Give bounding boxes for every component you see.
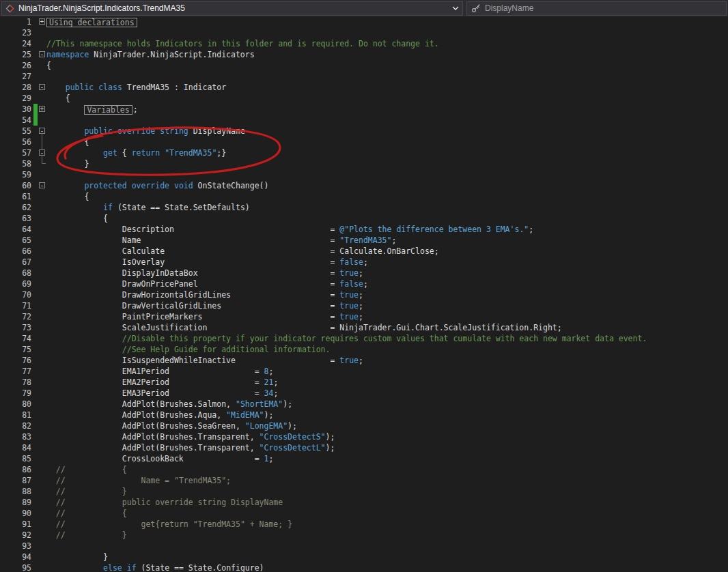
line-number[interactable]: 26 [0,60,31,71]
line-number[interactable]: 54 [0,115,31,126]
code-line[interactable]: 64 Description = @"Plots the difference … [0,224,728,235]
line-number[interactable]: 61 [0,191,31,202]
code-line[interactable]: 84 AddPlot(Brushes.Transparent, "CrossDe… [0,442,728,453]
line-number[interactable]: 83 [0,431,31,442]
line-number[interactable]: 68 [0,268,31,278]
line-number[interactable]: 87 [0,475,31,486]
code-line[interactable]: 28- public class TrendMA35 : Indicator [0,82,728,93]
code-line[interactable]: 29 { [0,93,728,104]
line-number[interactable]: 73 [0,322,31,333]
line-number[interactable]: 56 [0,137,31,147]
code-line[interactable]: 79 EMA3Period = 34; [0,388,728,399]
code-line[interactable]: 59 [0,169,728,180]
code-line[interactable]: 71 DrawVerticalGridLines = true; [0,300,728,311]
line-number[interactable]: 57 [0,147,31,158]
code-line[interactable]: 74 //Disable this property if your indic… [0,333,728,344]
code-line[interactable]: 57- get { return "TrendMA35";} [0,147,728,158]
fold-expand-icon[interactable]: + [39,18,45,25]
line-number[interactable]: 84 [0,442,31,453]
line-number[interactable]: 85 [0,453,31,464]
type-selector-dropdown[interactable]: NinjaTrader.NinjaScript.Indicators.Trend… [1,1,463,16]
code-line[interactable]: 62 if (State == State.SetDefaults) [0,202,728,213]
code-line[interactable]: 54 [0,115,728,126]
code-line[interactable]: 83 AddPlot(Brushes.Transparent, "CrossDe… [0,431,728,442]
code-line[interactable]: 25-namespace NinjaTrader.NinjaScript.Ind… [0,49,728,60]
line-number[interactable]: 66 [0,246,31,257]
line-number[interactable]: 94 [0,552,31,562]
line-number[interactable]: 89 [0,497,31,508]
collapsed-region-box[interactable]: Using declarations [46,18,137,27]
fold-expand-icon[interactable]: + [39,106,45,112]
line-number[interactable]: 29 [0,93,31,104]
line-number[interactable]: 72 [0,311,31,322]
fold-collapse-icon[interactable]: - [39,128,45,134]
fold-collapse-icon[interactable]: - [39,51,45,57]
collapsed-region-box[interactable]: Variables [84,105,132,115]
code-line[interactable]: 23 [0,27,728,38]
code-line[interactable]: 60- protected override void OnStateChang… [0,180,728,191]
line-number[interactable]: 81 [0,410,31,420]
line-number[interactable]: 76 [0,355,31,366]
code-line[interactable]: 27 [0,71,728,82]
code-line[interactable]: 89 // public override string DisplayName [0,497,728,508]
code-line[interactable]: 56 { [0,137,728,147]
line-number[interactable]: 62 [0,202,31,213]
code-line[interactable]: 73 ScaleJustification = NinjaTrader.Gui.… [0,322,728,333]
line-number[interactable]: 60 [0,180,31,191]
code-line[interactable]: 63 { [0,213,728,224]
code-line[interactable]: 76 IsSuspendedWhileInactive = true; [0,355,728,366]
code-editor[interactable]: 1+Using declarations2324//This namespace… [0,16,728,572]
line-number[interactable]: 70 [0,289,31,300]
line-number[interactable]: 69 [0,278,31,289]
member-search-box[interactable]: DisplayName [466,1,727,16]
code-line[interactable]: 58 } [0,158,728,169]
chevron-down-icon[interactable] [452,6,459,10]
line-number[interactable]: 71 [0,300,31,311]
line-number[interactable]: 55 [0,126,31,137]
code-line[interactable]: 82 AddPlot(Brushes.SeaGreen, "LongEMA"); [0,420,728,431]
line-number[interactable]: 25 [0,49,31,60]
code-line[interactable]: 55- public override string DisplayName [0,126,728,137]
line-number[interactable]: 24 [0,38,31,49]
code-line[interactable]: 30+ Variables; [0,104,728,115]
code-line[interactable]: 26{ [0,60,728,71]
line-number[interactable]: 75 [0,344,31,355]
line-number[interactable]: 88 [0,486,31,497]
code-line[interactable]: 77 EMA1Period = 8; [0,366,728,377]
code-line[interactable]: 91 // get{return "TrendMA35" + Name; } [0,519,728,530]
line-number[interactable]: 64 [0,224,31,235]
code-line[interactable]: 75 //See Help Guide for additional infor… [0,344,728,355]
code-line[interactable]: 80 AddPlot(Brushes.Salmon, "ShortEMA"); [0,399,728,410]
line-number[interactable]: 1 [0,16,31,27]
line-number[interactable]: 74 [0,333,31,344]
line-number[interactable]: 28 [0,82,31,93]
line-number[interactable]: 95 [0,562,31,572]
fold-collapse-icon[interactable]: - [39,84,45,90]
line-number[interactable]: 91 [0,519,31,530]
code-line[interactable]: 85 CrossLookBack = 1; [0,453,728,464]
code-line[interactable]: 86 // { [0,464,728,475]
code-line[interactable]: 78 EMA2Period = 21; [0,377,728,388]
fold-collapse-icon[interactable]: - [39,149,45,156]
line-number[interactable]: 77 [0,366,31,377]
code-line[interactable]: 1+Using declarations [0,16,728,27]
line-number[interactable]: 27 [0,71,31,82]
line-number[interactable]: 79 [0,388,31,399]
line-number[interactable]: 63 [0,213,31,224]
line-number[interactable]: 93 [0,541,31,552]
code-line[interactable]: 81 AddPlot(Brushes.Aqua, "MidEMA"); [0,410,728,420]
line-number[interactable]: 90 [0,508,31,519]
line-number[interactable]: 92 [0,530,31,541]
code-line[interactable]: 65 Name = "TrendMA35"; [0,235,728,246]
line-number[interactable]: 67 [0,257,31,268]
code-line[interactable]: 24//This namespace holds Indicators in t… [0,38,728,49]
code-line[interactable]: 95 else if (State == State.Configure) [0,562,728,572]
line-number[interactable]: 80 [0,399,31,410]
code-line[interactable]: 61 { [0,191,728,202]
code-line[interactable]: 69 DrawOnPricePanel = false; [0,278,728,289]
line-number[interactable]: 86 [0,464,31,475]
code-line[interactable]: 72 PaintPriceMarkers = true; [0,311,728,322]
code-line[interactable]: 68 DisplayInDataBox = true; [0,268,728,278]
line-number[interactable]: 59 [0,169,31,180]
line-number[interactable]: 78 [0,377,31,388]
